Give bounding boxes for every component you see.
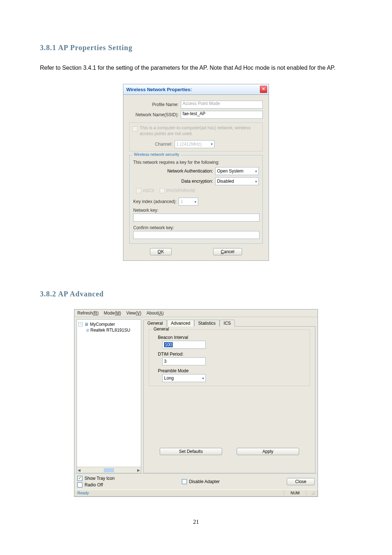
network-auth-value: Open System: [217, 169, 244, 174]
tree-h-scrollbar[interactable]: ◀ ▶: [77, 467, 141, 473]
ascii-label: ASCII: [143, 188, 154, 193]
cancel-button[interactable]: Cancel: [213, 248, 242, 255]
dtim-period-value: 3: [164, 359, 167, 364]
channel-value: 1 (2412MHz): [176, 141, 201, 147]
menu-mode[interactable]: Mode(M): [104, 311, 121, 316]
disable-adapter-checkbox[interactable]: Disable Adapter: [182, 479, 220, 484]
menu-view[interactable]: View(V): [126, 311, 142, 316]
resize-grip-icon[interactable]: ◿: [306, 490, 318, 497]
adhoc-description: This is a computer-to-computer(ad hoc) n…: [140, 125, 260, 137]
status-bar: Ready NUM ◿: [74, 490, 318, 497]
confirm-key-input[interactable]: [133, 231, 260, 239]
beacon-interval-input[interactable]: 100: [162, 341, 206, 349]
checkbox-unchecked-icon: [77, 482, 82, 487]
chevron-down-icon: ▾: [192, 200, 196, 204]
network-key-label: Network key:: [133, 208, 259, 213]
tab-bar: General Advanced Statistics ICS: [143, 319, 315, 327]
section-paragraph-381: Refer to Section 3.4.1 for the setting o…: [40, 63, 352, 73]
show-tray-label: Show Tray Icon: [85, 476, 115, 481]
chevron-down-icon[interactable]: ▾: [202, 376, 204, 380]
disable-adapter-label: Disable Adapter: [189, 479, 220, 484]
dtim-period-input[interactable]: 3: [162, 357, 206, 365]
passphrase-checkbox: PASSPHRASE: [160, 188, 195, 193]
collapse-icon[interactable]: −: [78, 322, 83, 327]
channel-select: 1 (2412MHz) ▾: [175, 140, 215, 148]
status-ready: Ready: [74, 490, 284, 497]
advanced-tab-content: General Beacon Interval 100 DTIM Period:…: [143, 327, 315, 473]
key-index-select: 1 ▾: [179, 198, 198, 206]
device-tree[interactable]: − 🖥 MyComputer ⎚ Realtek RTL8191SU ◀ ▶: [77, 319, 141, 473]
tab-general[interactable]: General: [143, 320, 167, 327]
confirm-key-label: Confirm network key:: [133, 225, 259, 230]
chevron-down-icon[interactable]: ▾: [253, 179, 257, 183]
section-heading-382: 3.8.2 AP Advanced: [40, 290, 352, 298]
section-heading-381: 3.8.1 AP Properties Setting: [40, 44, 352, 52]
general-group-legend: General: [152, 327, 171, 332]
dtim-period-label: DTIM Period:: [158, 352, 310, 357]
tree-child-label: Realtek RTL8191SU: [90, 328, 130, 333]
profile-name-input: Access Point Mode: [181, 101, 263, 109]
bottom-strip: ✓ Show Tray Icon Radio Off Disable Adapt…: [74, 473, 318, 490]
profile-name-label: Profile Name:: [129, 102, 181, 107]
key-index-value: 1: [180, 199, 183, 204]
dialog-title: Wireless Network Properties:: [126, 87, 192, 92]
ssid-label: Network Name(SSID):: [129, 112, 181, 117]
ascii-checkbox: ASCII: [136, 188, 154, 193]
apply-button[interactable]: Apply: [237, 448, 299, 455]
adhoc-checkbox: [132, 126, 138, 131]
radio-off-label: Radio Off: [85, 482, 103, 487]
cancel-rest: ancel: [224, 249, 234, 254]
general-group: General Beacon Interval 100 DTIM Period:…: [149, 329, 310, 386]
channel-label: Channel:: [140, 141, 175, 147]
ssid-input[interactable]: fae-test_AP: [181, 111, 263, 119]
menu-refresh[interactable]: Refresh(R): [77, 311, 99, 316]
beacon-interval-label: Beacon Interval: [158, 335, 310, 340]
network-auth-label: Network Authentication:: [133, 169, 215, 174]
adhoc-checkbox-group: This is a computer-to-computer(ad hoc) n…: [129, 122, 263, 151]
chevron-down-icon[interactable]: ▾: [253, 169, 257, 173]
network-key-input[interactable]: [133, 214, 260, 222]
security-hint: This network requires a key for the foll…: [133, 160, 259, 165]
ap-advanced-window: Refresh(R) Mode(M) View(V) About(A) − 🖥 …: [74, 309, 318, 497]
checkbox-unchecked-icon: [182, 479, 187, 484]
data-encryption-select[interactable]: Disabled ▾: [215, 177, 259, 185]
tab-statistics[interactable]: Statistics: [194, 320, 220, 327]
preamble-mode-select[interactable]: Long ▾: [162, 374, 206, 382]
wireless-properties-dialog: Wireless Network Properties: × Profile N…: [123, 84, 269, 261]
tab-advanced[interactable]: Advanced: [167, 320, 194, 327]
beacon-interval-value: 100: [164, 342, 173, 347]
data-encryption-label: Data encryption:: [133, 179, 215, 184]
status-num: NUM: [284, 490, 306, 497]
close-icon[interactable]: ×: [260, 86, 267, 93]
key-index-label: Key index (advanced):: [133, 199, 176, 204]
scroll-right-icon[interactable]: ▶: [137, 468, 140, 472]
computer-icon: 🖥: [84, 322, 89, 327]
tree-child[interactable]: ⎚ Realtek RTL8191SU: [78, 328, 139, 333]
data-encryption-value: Disabled: [217, 179, 234, 184]
security-legend: Wireless network security: [132, 152, 181, 157]
page-number: 21: [40, 519, 352, 525]
passphrase-label: PASSPHRASE: [166, 188, 195, 193]
network-auth-select[interactable]: Open System ▾: [215, 167, 259, 175]
adapter-icon: ⎚: [86, 328, 89, 333]
checkbox-checked-icon: ✓: [77, 476, 82, 481]
close-button[interactable]: Close: [287, 478, 315, 485]
tree-root[interactable]: − 🖥 MyComputer: [78, 322, 139, 327]
preamble-mode-label: Preamble Mode: [158, 368, 310, 373]
preamble-mode-value: Long: [164, 376, 174, 381]
menu-about[interactable]: About(A): [147, 311, 164, 316]
scroll-left-icon[interactable]: ◀: [78, 468, 81, 472]
ok-rest: K: [161, 249, 164, 254]
menubar: Refresh(R) Mode(M) View(V) About(A): [74, 309, 318, 317]
show-tray-icon-checkbox[interactable]: ✓ Show Tray Icon: [77, 476, 115, 481]
ok-button[interactable]: OK: [150, 248, 171, 255]
dialog-titlebar: Wireless Network Properties: ×: [123, 84, 269, 95]
chevron-down-icon: ▾: [209, 141, 213, 147]
radio-off-checkbox[interactable]: Radio Off: [77, 482, 115, 487]
tree-root-label: MyComputer: [90, 322, 115, 327]
tab-ics[interactable]: ICS: [220, 320, 235, 327]
set-defaults-button[interactable]: Set Defaults: [160, 448, 222, 455]
wireless-security-fieldset: Wireless network security This network r…: [129, 155, 263, 244]
